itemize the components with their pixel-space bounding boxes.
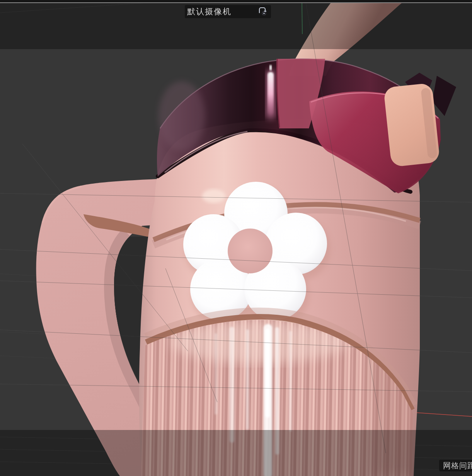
viewport-canvas[interactable] [0,0,472,476]
lid-flip-tab [383,83,440,167]
passepartout-bottom [0,430,472,476]
flower-center [228,229,273,273]
camera-name-label: 默认摄像机 [187,6,232,17]
grid-spacing-label: 网格间距 [439,460,472,471]
camera-selector[interactable]: 默认摄像机 [185,5,271,18]
top-bar-divider [0,2,472,3]
grid-spacing-text: 网格间距 [443,461,472,471]
camera-switch-icon[interactable] [256,5,268,18]
top-bar [0,0,472,2]
viewport-3d[interactable]: 默认摄像机 网格间距 [0,0,472,476]
